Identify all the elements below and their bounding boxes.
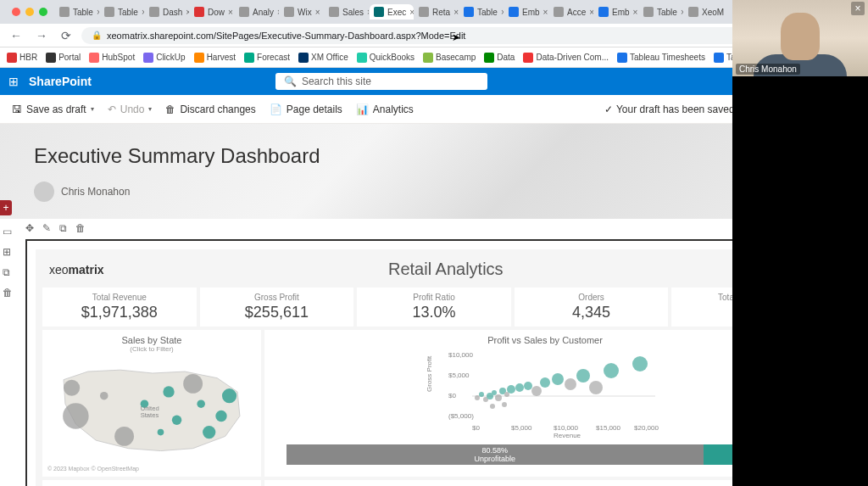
bookmark-item[interactable]: Data [484,53,515,63]
sales-by-region-viz[interactable]: Sales by Region Central [42,480,261,486]
author-name: Chris Monahon [61,186,130,198]
browser-tab[interactable]: Sales× [325,4,369,20]
browser-tab[interactable]: Reta× [415,4,459,20]
bookmark-item[interactable]: HBR [7,53,37,63]
bookmark-item[interactable]: XM Office [298,53,348,63]
bookmark-item[interactable]: QuickBooks [357,53,415,63]
browser-tab[interactable]: Table× [100,4,144,20]
kpi-card[interactable]: Profit Ratio13.0% [357,288,511,327]
discard-button[interactable]: 🗑 Discard changes [165,103,255,115]
tab-label: Dow [208,8,225,17]
close-icon[interactable]: × [409,8,414,17]
svg-text:$10,000: $10,000 [554,424,578,432]
bookmark-item[interactable]: Harvest [194,53,236,63]
copy-icon[interactable]: ⧉ [3,266,14,278]
browser-tab[interactable]: Acce× [549,4,593,20]
edit-icon[interactable]: ✎ [42,222,51,234]
svg-point-24 [492,390,497,395]
kpi-label: Total Revenue [47,293,192,302]
browser-tab[interactable]: Table× [639,4,683,20]
duplicate-icon[interactable]: ⧉ [59,222,67,234]
move-icon[interactable]: ✥ [25,222,34,234]
browser-tab[interactable]: Analy× [235,4,279,20]
close-icon[interactable]: × [367,8,369,17]
page-details-button[interactable]: 📄 Page details [270,103,342,115]
close-icon[interactable]: × [851,2,865,15]
url-text: xeomatrix.sharepoint.com/SitePages/Execu… [107,31,465,41]
close-icon[interactable]: × [315,8,320,17]
embed-webpart[interactable]: xeomatrix Retail Analytics ⓘ ☰ Total Rev… [25,239,843,486]
us-map[interactable]: United States [47,353,256,463]
profitability-bar[interactable]: 80.58% Unprofitable 19.42% Profitable [287,444,804,465]
kpi-card[interactable]: Orders4,345 [515,288,669,327]
close-icon[interactable]: × [633,8,638,17]
forward-button[interactable]: → [32,29,51,42]
close-icon[interactable]: × [186,8,189,17]
back-button[interactable]: ← [7,29,25,42]
close-icon[interactable]: × [97,8,99,17]
sharepoint-label[interactable]: SharePoint [29,75,92,88]
address-bar[interactable]: 🔒 xeomatrix.sharepoint.com/SitePages/Exe… [81,27,783,44]
svg-text:$5,000: $5,000 [511,424,532,432]
maximize-window-icon[interactable] [39,8,47,16]
bookmark-item[interactable]: Data-Driven Com... [523,53,609,63]
browser-tab[interactable]: Dash× [145,4,189,20]
browser-tab[interactable]: Exec× [370,4,414,20]
trash-icon[interactable]: 🗑 [75,222,86,234]
map-viz[interactable]: Sales by State (Click to Filter) [42,330,261,477]
window-controls[interactable] [5,8,54,16]
kpi-card[interactable]: Total Revenue$1,971,388 [42,288,197,327]
browser-tab[interactable]: Emb× [594,4,638,20]
bookmark-item[interactable]: Forecast [244,53,290,63]
bookmark-icon [714,53,724,63]
close-icon[interactable]: × [277,8,279,17]
discard-icon: 🗑 [165,103,175,115]
delete-icon[interactable]: 🗑 [3,287,14,299]
browser-tab[interactable]: Dow× [190,4,234,20]
favicon [239,7,249,17]
search-box[interactable]: 🔍 Search this site [275,73,487,90]
browser-tab[interactable]: XeoM× [684,4,728,20]
browser-tab[interactable]: Table× [55,4,99,20]
save-draft-button[interactable]: 🖫 Save as draft ▾ [12,103,94,115]
chevron-down-icon[interactable]: ▾ [148,105,152,113]
svg-point-39 [490,404,495,409]
bookmark-item[interactable]: Tableau Timesheets [617,53,705,63]
video-thumbnail[interactable]: Chris Monahon × [732,0,868,76]
section-icon[interactable]: ▭ [3,226,14,237]
minimize-window-icon[interactable] [25,8,34,16]
close-icon[interactable]: × [228,8,233,17]
close-icon[interactable]: × [727,8,728,17]
close-icon[interactable]: × [681,8,683,17]
kpi-card[interactable]: Gross Profit$255,611 [200,288,354,327]
bookmark-icon [357,53,367,63]
tab-label: Analy [253,8,274,17]
undo-button[interactable]: ↶ Undo ▾ [108,103,153,115]
add-section-button[interactable]: + [0,200,12,215]
close-window-icon[interactable] [12,8,20,16]
svg-point-37 [604,363,619,378]
chevron-down-icon[interactable]: ▾ [91,105,94,113]
page-title[interactable]: Executive Summary Dashboard [34,144,834,168]
bookmark-icon [89,53,99,63]
bookmark-item[interactable]: HubSpot [89,53,135,63]
reload-button[interactable]: ⟳ [58,29,75,42]
app-launcher-icon[interactable]: ⊞ [8,75,19,88]
tab-label: Reta [432,8,450,17]
favicon [598,7,609,17]
close-icon[interactable]: × [142,8,144,17]
bookmark-item[interactable]: ClickUp [143,53,185,63]
layout-icon[interactable]: ⊞ [3,246,14,258]
analytics-button[interactable]: 📊 Analytics [356,103,414,115]
close-icon[interactable]: × [543,8,548,17]
close-icon[interactable]: × [453,8,459,17]
close-icon[interactable]: × [589,8,593,17]
browser-tab[interactable]: Emb× [504,4,548,20]
author-line[interactable]: Chris Monahon [34,182,834,202]
browser-tab[interactable]: Wix× [280,4,324,20]
close-icon[interactable]: × [501,8,504,17]
bookmark-item[interactable]: Basecamp [423,53,476,63]
browser-tab[interactable]: Table× [459,4,504,20]
favicon [329,7,339,17]
bookmark-item[interactable]: Portal [46,53,81,63]
